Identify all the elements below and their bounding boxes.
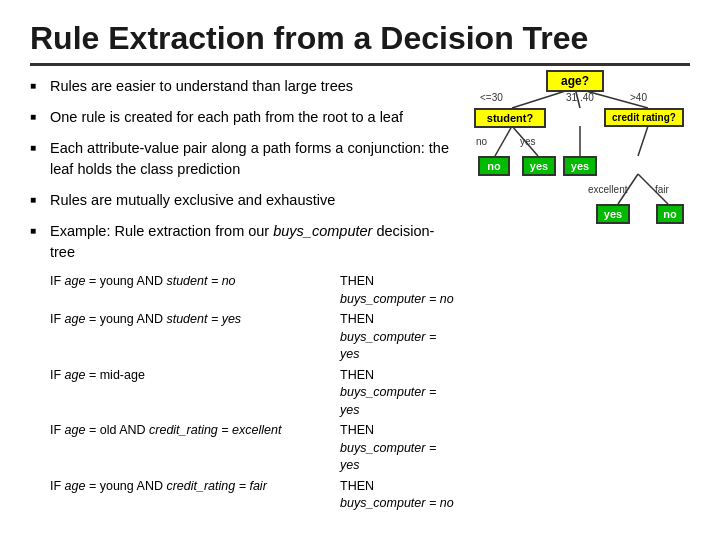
rule-row-2: IF age = young AND student = yes THEN bu…: [50, 311, 454, 364]
rule-2-if: IF age = young AND student = yes: [50, 311, 340, 364]
svg-line-6: [638, 126, 648, 156]
bullet-dot-1: ■: [30, 79, 44, 93]
rule-1-if: IF age = young AND student = no: [50, 273, 340, 308]
bullet-dot-3: ■: [30, 141, 44, 155]
svg-line-3: [495, 126, 512, 156]
bullet-text-3: Each attribute-value pair along a path f…: [50, 138, 454, 180]
bullet-text-4: Rules are mutually exclusive and exhaust…: [50, 190, 335, 211]
edge-no-student: no: [476, 136, 487, 147]
edge-excellent: excellent: [588, 184, 627, 195]
bullet-text-5: Example: Rule extraction from our buys_c…: [50, 221, 454, 263]
slide: Rule Extraction from a Decision Tree ■ R…: [0, 0, 720, 540]
edge-gt40: >40: [630, 92, 647, 103]
slide-title: Rule Extraction from a Decision Tree: [30, 20, 690, 57]
bullet-item-4: ■ Rules are mutually exclusive and exhau…: [30, 190, 454, 211]
bullet-dot-5: ■: [30, 224, 44, 238]
rule-2-then: THEN buys_computer = yes: [340, 311, 454, 364]
rule-row-3: IF age = mid-age THEN buys_computer = ye…: [50, 367, 454, 420]
edge-mid: 31..40: [566, 92, 594, 103]
tree-section: age? <=30 31..40 >40 student? yes credit…: [470, 66, 690, 516]
tree-node-yes-1: yes: [522, 156, 556, 176]
rule-1-then: THEN buys_computer = no: [340, 273, 454, 308]
rule-row-4: IF age = old AND credit_rating = excelle…: [50, 422, 454, 475]
bullet-item-2: ■ One rule is created for each path from…: [30, 107, 454, 128]
rule-4-then: THEN buys_computer = yes: [340, 422, 454, 475]
rules-table: IF age = young AND student = no THEN buy…: [50, 273, 454, 513]
rule-4-if: IF age = old AND credit_rating = excelle…: [50, 422, 340, 475]
bullet-dot-2: ■: [30, 110, 44, 124]
bullet-text-2: One rule is created for each path from t…: [50, 107, 403, 128]
bullet-section: ■ Rules are easier to understand than la…: [30, 76, 454, 516]
rule-5-if: IF age = young AND credit_rating = fair: [50, 478, 340, 513]
rule-5-then: THEN buys_computer = no: [340, 478, 454, 513]
tree-node-no-1: no: [478, 156, 510, 176]
edge-yes-student: yes: [520, 136, 536, 147]
bullet-dot-4: ■: [30, 193, 44, 207]
bullet-item-3: ■ Each attribute-value pair along a path…: [30, 138, 454, 180]
tree-node-no-fair: no: [656, 204, 684, 224]
rule-row-5: IF age = young AND credit_rating = fair …: [50, 478, 454, 513]
bullet-text-1: Rules are easier to understand than larg…: [50, 76, 353, 97]
bullet-item-1: ■ Rules are easier to understand than la…: [30, 76, 454, 97]
example-italic: buys_computer: [273, 223, 372, 239]
tree-node-yes-mid: yes: [563, 156, 597, 176]
rule-3-then: THEN buys_computer = yes: [340, 367, 454, 420]
rule-row-1: IF age = young AND student = no THEN buy…: [50, 273, 454, 308]
tree-node-age: age?: [546, 70, 604, 92]
tree-node-creditrating: credit rating?: [604, 108, 684, 127]
tree-diagram: age? <=30 31..40 >40 student? yes credit…: [470, 66, 690, 246]
tree-node-yes-excellent: yes: [596, 204, 630, 224]
tree-node-student: student?: [474, 108, 546, 128]
edge-le30: <=30: [480, 92, 503, 103]
bullet-item-5: ■ Example: Rule extraction from our buys…: [30, 221, 454, 263]
edge-fair: fair: [655, 184, 669, 195]
rule-3-if: IF age = mid-age: [50, 367, 340, 420]
